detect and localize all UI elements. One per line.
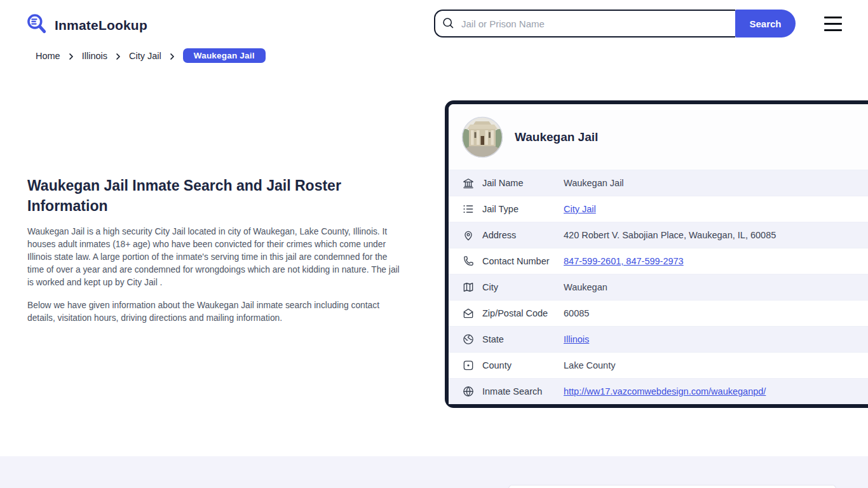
breadcrumb: Home Illinois City Jail Waukegan Jail: [36, 48, 266, 63]
row-label: Contact Number: [482, 256, 564, 266]
row-value[interactable]: Illinois: [564, 334, 589, 344]
row-label: Inmate Search: [482, 386, 564, 396]
breadcrumb-home-link[interactable]: Home: [36, 51, 60, 61]
jail-info-card: Waukegan Jail Jail Name Waukegan Jail Ja…: [445, 100, 868, 408]
row-label: City: [482, 282, 564, 292]
footer-section: [0, 456, 868, 488]
row-value: Lake County: [564, 360, 615, 370]
logo-text: InmateLookup: [55, 18, 147, 33]
table-row: Contact Number 847-599-2601, 847-599-297…: [449, 248, 868, 274]
list-icon: [462, 203, 475, 215]
mail-icon: [462, 307, 475, 320]
table-row: Inmate Search http://ww17.vazcomwebdesig…: [449, 378, 868, 404]
breadcrumb-illinois-link[interactable]: Illinois: [82, 51, 107, 61]
table-row: Address 420 Robert V. Sabojian Place, Wa…: [449, 222, 868, 248]
intro-paragraph: Waukegan Jail is a high security City Ja…: [27, 226, 406, 289]
row-value[interactable]: 847-599-2601, 847-599-2973: [564, 256, 684, 266]
row-label: State: [482, 334, 564, 344]
row-value: 60085: [564, 308, 589, 318]
chevron-right-icon: [114, 52, 122, 60]
bank-icon: [462, 177, 475, 189]
table-row: Jail Type City Jail: [449, 196, 868, 222]
jail-info-table: Jail Name Waukegan Jail Jail Type City J…: [449, 170, 868, 404]
breadcrumb-current-badge: Waukegan Jail: [183, 48, 266, 63]
hamburger-menu-icon[interactable]: [824, 17, 842, 31]
jail-photo-thumbnail: [461, 116, 503, 158]
table-row: City Waukegan: [449, 274, 868, 300]
row-label: Jail Name: [482, 178, 564, 188]
row-value[interactable]: City Jail: [564, 204, 596, 214]
table-row: County Lake County: [449, 352, 868, 378]
search-button[interactable]: Search: [735, 10, 796, 37]
row-label: Zip/Postal Code: [482, 308, 564, 318]
jail-card-header: Waukegan Jail: [449, 104, 868, 170]
jail-search-bar: Search: [434, 10, 796, 37]
globe-icon: [462, 333, 475, 346]
county-map-icon: [462, 359, 475, 372]
chevron-right-icon: [67, 52, 75, 60]
row-value: Waukegan Jail: [564, 178, 624, 188]
row-label: Address: [482, 230, 564, 240]
row-label: Jail Type: [482, 204, 564, 214]
row-value[interactable]: http://ww17.vazcomwebdesign.com/waukegan…: [564, 386, 766, 396]
map-icon: [462, 281, 475, 294]
site-logo[interactable]: InmateLookup: [25, 13, 147, 38]
table-row: Zip/Postal Code 60085: [449, 300, 868, 326]
magnifier-logo-icon: [25, 13, 48, 38]
table-row: Jail Name Waukegan Jail: [449, 170, 868, 196]
web-icon: [462, 385, 475, 398]
phone-icon: [462, 255, 475, 268]
table-row: State Illinois: [449, 326, 868, 352]
jail-card-title: Waukegan Jail: [515, 130, 598, 144]
footer-card-edge: [508, 485, 836, 488]
search-input[interactable]: [434, 10, 735, 37]
chevron-right-icon: [168, 52, 176, 60]
row-value: Waukegan: [564, 282, 607, 292]
map-pin-icon: [462, 229, 475, 241]
breadcrumb-city-jail-link[interactable]: City Jail: [129, 51, 161, 61]
row-value: 420 Robert V. Sabojian Place, Waukegan, …: [564, 230, 776, 240]
page-title: Waukegan Jail Inmate Search and Jail Ros…: [27, 175, 370, 216]
secondary-paragraph: Below we have given information about th…: [27, 299, 406, 325]
row-label: County: [482, 360, 564, 370]
